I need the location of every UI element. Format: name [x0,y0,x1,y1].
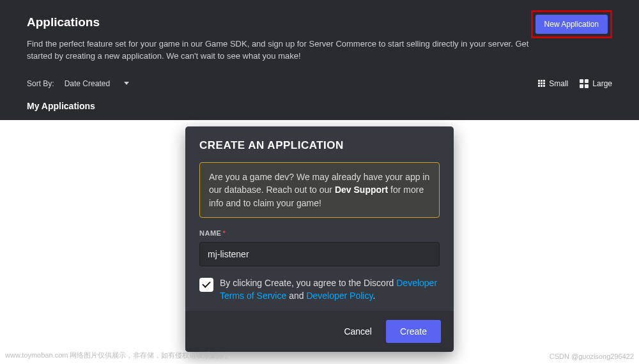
modal-footer: Cancel Create [185,311,454,352]
sort-by-value: Date Created [65,79,110,88]
applications-header: Applications New Application Find the pe… [0,0,639,120]
info-strong: Dev Support [335,185,388,195]
agree-mid: and [286,291,306,301]
large-grid-icon [580,79,589,88]
name-label-text: NAME [199,229,221,237]
agree-row: By clicking Create, you agree to the Dis… [199,277,440,303]
view-small-option[interactable]: Small [538,79,568,88]
modal-title: CREATE AN APPLICATION [199,139,440,152]
dev-support-info: Are you a game dev? We may already have … [199,162,440,218]
view-small-label: Small [549,79,568,88]
developer-policy-link[interactable]: Developer Policy [306,291,373,301]
agree-checkbox[interactable] [199,278,213,292]
checkmark-icon [202,280,210,288]
view-large-label: Large [592,79,612,88]
small-grid-icon [538,80,545,87]
watermark-left: www.toymoban.com 网络图片仅供展示，非存储，如有侵权请联系删除。 [5,351,231,360]
page-description: Find the perfect feature set for your ga… [27,38,551,63]
new-application-button[interactable]: New Application [535,15,608,34]
watermark-right: CSDN @guozisong296422 [550,353,634,360]
cancel-button[interactable]: Cancel [344,326,372,337]
agree-text: By clicking Create, you agree to the Dis… [220,277,440,303]
view-size-group: Small Large [538,79,612,88]
name-field-label: NAME* [199,229,440,237]
view-large-option[interactable]: Large [580,79,612,88]
sort-by-select[interactable]: Date Created [61,77,133,91]
sort-by-label: Sort By: [27,79,54,88]
my-applications-heading: My Applications [27,101,612,111]
sort-by-group: Sort By: Date Created [27,77,133,91]
name-input[interactable] [199,242,440,266]
agree-prefix: By clicking Create, you agree to the Dis… [220,278,396,288]
chevron-down-icon [124,82,129,85]
required-asterisk: * [222,229,226,237]
create-button[interactable]: Create [386,320,441,343]
agree-suffix: . [373,291,375,301]
new-application-highlight: New Application [531,10,612,38]
page-title: Applications [27,15,100,29]
create-application-modal: CREATE AN APPLICATION Are you a game dev… [185,126,454,352]
